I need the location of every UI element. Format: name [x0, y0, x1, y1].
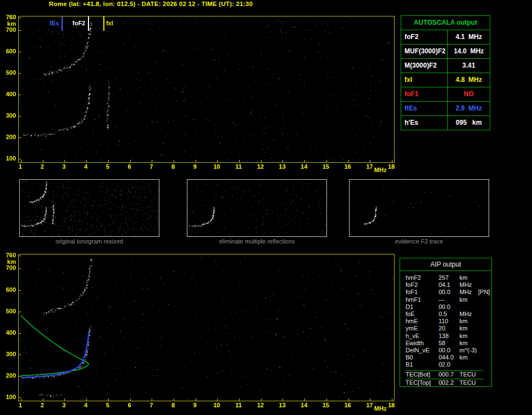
x-tick-label: 12	[252, 164, 269, 170]
autoscala-row-fxI: fxI4.8 MHz	[401, 73, 490, 87]
aip-param-label: hmF2	[406, 274, 439, 281]
aip-param-unit: km	[459, 340, 478, 347]
autoscala-param-value: 095 km	[447, 116, 490, 130]
aip-param-value: 00.0	[439, 303, 459, 311]
x-tick-label: 1	[12, 164, 29, 170]
aip-param-value: 138	[439, 333, 459, 340]
aip-param-note	[478, 347, 491, 354]
aip-param-label: foF2	[406, 281, 439, 289]
aip-row-B0: B0044.0km	[406, 354, 491, 361]
y-tick-label: 200	[2, 134, 16, 140]
x-tick-label: 7	[143, 402, 159, 408]
x-axis-unit-label: MHz	[372, 406, 389, 412]
thumbnail-canvas-f2	[350, 180, 489, 236]
x-tick-label: 11	[230, 402, 247, 408]
aip-param-value: 257	[439, 274, 459, 281]
foF2-marker-label: foF2	[61, 20, 85, 26]
aip-param-unit: km	[459, 318, 478, 325]
aip-param-label: TEC[Top]	[406, 379, 439, 387]
ionogram-plot-autoscala	[18, 16, 395, 163]
x-tick-label: 8	[165, 164, 181, 170]
aip-param-unit: km	[459, 296, 478, 303]
aip-row-foE: foE0.5MHz	[406, 311, 491, 318]
autoscala-param-value: 4.1 MHz	[447, 30, 490, 44]
aip-param-unit: TECU	[459, 379, 478, 387]
y-tick-label: 600	[2, 48, 16, 54]
x-tick-label: 7	[143, 164, 159, 170]
x-tick-label: 12	[252, 402, 269, 408]
x-tick-label: 2	[34, 402, 51, 408]
aip-param-label: DelN_vE	[406, 347, 439, 354]
aip-output-table: AIP output hmF2257kmfoF204.1MHzfoF100.0M…	[400, 258, 492, 387]
aip-param-label: D1	[406, 303, 439, 311]
aip-row-hmF2: hmF2257km	[406, 274, 491, 281]
aip-param-value: 58	[439, 340, 459, 347]
aip-param-unit	[459, 361, 478, 368]
ionogram-autoscala-canvas	[19, 16, 394, 162]
aip-param-value: 002.2	[439, 379, 459, 387]
autoscala-row-ftEs: ftEs2.9 MHz	[401, 101, 490, 115]
y-tick-label: 600	[2, 287, 16, 293]
aip-row-B1: B102.0	[406, 361, 491, 368]
aip-param-note	[478, 318, 491, 325]
x-tick-label: 4	[77, 402, 94, 408]
aip-param-note	[478, 371, 484, 379]
aip-row-TEC[Bot]: TEC[Bot]000.7TECU	[406, 370, 484, 379]
aip-param-value: ---	[439, 296, 459, 303]
aip-param-unit: MHz	[459, 311, 478, 318]
y-tick-label: 200	[2, 373, 16, 379]
aip-row-D1: D100.0	[406, 303, 491, 311]
y-tick-label: 100	[2, 156, 16, 162]
aip-param-label: foE	[406, 311, 439, 318]
autoscala-param-label: foF2	[401, 30, 447, 44]
fEs-marker-label: fEs	[35, 20, 59, 26]
autoscala-param-label: ftEs	[401, 102, 447, 115]
thumbnail-caption-f2: evidence F2 trace	[349, 238, 489, 245]
aip-param-note	[478, 281, 491, 289]
y-tick-label: 500	[2, 70, 16, 76]
x-tick-label: 11	[230, 164, 247, 170]
aip-param-label: h_vE	[406, 333, 439, 340]
page-title: Rome (lat: +41.8, lon: 012.5) - DATE: 20…	[49, 1, 253, 7]
autoscala-row-h'Es: h'Es095 km	[401, 115, 490, 130]
autoscala-param-label: foF1	[401, 87, 447, 101]
x-tick-label: 13	[274, 402, 290, 408]
aip-param-value: 000.7	[439, 371, 459, 379]
autoscala-param-label: MUF(3000)F2	[401, 45, 447, 58]
y-tick-label: 500	[2, 308, 16, 314]
y-tick-label: 700	[2, 27, 16, 33]
x-tick-label: 16	[340, 402, 356, 408]
autoscala-output-table: AUTOSCALA output foF24.1 MHzMUF(3000)F21…	[401, 15, 490, 130]
y-tick-label: 400	[2, 91, 16, 97]
thumbnail-canvas-original	[20, 180, 159, 236]
aip-param-label: hmF1	[406, 296, 439, 303]
x-axis-unit-label: MHz	[372, 167, 389, 173]
thumbnail-caption-reflections: eliminate multiple reflections	[187, 238, 327, 245]
autoscala-param-value: NO	[447, 87, 490, 101]
aip-param-note	[478, 296, 491, 303]
autoscala-param-value: 14.0 MHz	[447, 45, 490, 58]
aip-param-unit: MHz	[459, 281, 478, 289]
x-tick-label: 15	[318, 164, 334, 170]
x-tick-label: 5	[99, 164, 116, 170]
aip-param-label: B0	[406, 354, 439, 361]
y-tick-label: 760	[2, 252, 16, 258]
aip-param-value: 00.0	[439, 289, 459, 296]
x-tick-label: 14	[296, 164, 312, 170]
x-tick-label: 5	[99, 402, 116, 408]
aip-param-note	[478, 303, 491, 311]
aip-param-note	[478, 274, 491, 281]
aip-param-value: 02.0	[439, 361, 459, 368]
thumbnail-original-ionogram	[19, 179, 159, 237]
aip-param-unit: km	[459, 325, 478, 332]
aip-param-unit: km	[459, 333, 478, 340]
x-tick-label: 10	[208, 402, 225, 408]
aip-row-h_vE: h_vE138km	[406, 333, 491, 340]
autoscala-row-foF2: foF24.1 MHz	[401, 30, 490, 44]
ionogram-aip-canvas	[19, 254, 394, 401]
aip-row-DelN_vE: DelN_vE00.0m^(-3)	[406, 347, 491, 354]
aip-param-label: foF1	[406, 289, 439, 296]
aip-param-label: Ewidth	[406, 340, 439, 347]
autoscala-param-label: M(3000)F2	[401, 59, 447, 73]
aip-param-note	[478, 354, 491, 361]
